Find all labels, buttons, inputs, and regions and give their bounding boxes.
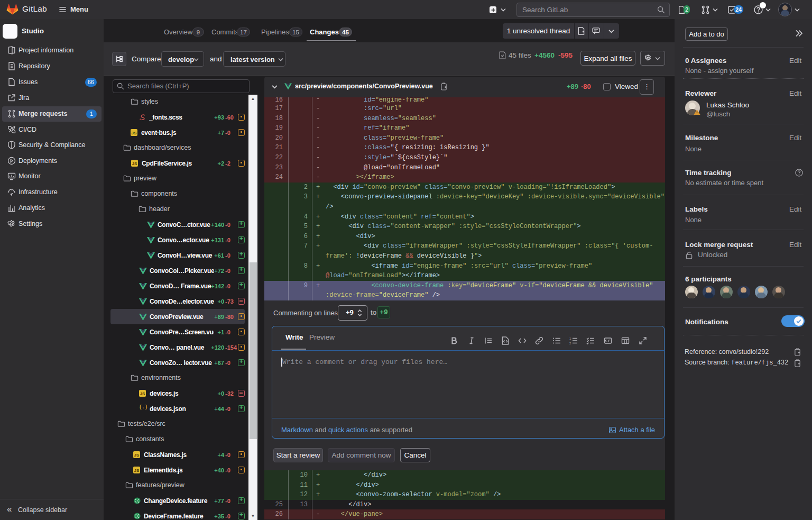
svg-text:2: 2 — [569, 342, 571, 345]
svg-text:1: 1 — [569, 337, 571, 340]
